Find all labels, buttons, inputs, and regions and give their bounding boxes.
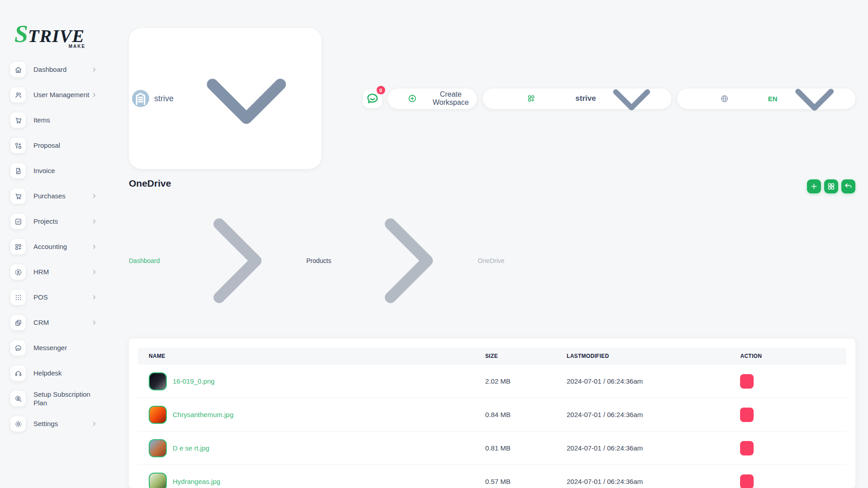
file-size: 0.84 MB (474, 411, 556, 418)
breadcrumb-products[interactable]: Products (307, 257, 331, 264)
chevron-right-icon (337, 193, 472, 328)
language-selector[interactable]: EN (677, 89, 855, 109)
sidebar-item-purchases[interactable]: Purchases (0, 183, 105, 209)
sidebar-item-invoice[interactable]: Invoice (0, 158, 105, 183)
topbar: strive 0 Create Workspace strive (129, 28, 855, 169)
breadcrumb: Dashboard Products OneDrive (129, 193, 505, 328)
table-header: NAME SIZE LASTMODIFIED ACTION (138, 347, 846, 365)
sidebar-item-crm[interactable]: CRM (0, 310, 105, 335)
file-size: 0.81 MB (474, 444, 556, 452)
table-row: Hydrangeas.jpg 0.57 MB 2024-07-01 / 06:2… (138, 465, 846, 488)
file-last-modified: 2024-07-01 / 06:24:36am (556, 478, 730, 485)
file-thumbnail (149, 439, 167, 457)
file-action-cell (729, 374, 846, 389)
gear-icon (10, 416, 26, 432)
sidebar-item-user-management[interactable]: User Management (0, 82, 105, 108)
file-name-cell: Chrysanthemum.jpg (138, 406, 474, 424)
sidebar-item-accounting[interactable]: Accounting (0, 234, 105, 259)
dots-grid-icon (10, 290, 26, 305)
sidebar-item-label: POS (33, 290, 91, 305)
page-title: OneDrive (129, 178, 505, 189)
file-size: 0.57 MB (474, 478, 556, 485)
sidebar-item-label: Helpdesk (33, 366, 97, 380)
grid-view-button[interactable] (824, 179, 838, 193)
page-actions (807, 179, 855, 193)
workspace-switcher-label: strive (154, 94, 174, 103)
file-action-cell (729, 474, 846, 488)
file-last-modified: 2024-07-01 / 06:24:36am (556, 411, 730, 418)
file-name-cell: 16-019_0.png (138, 372, 474, 390)
sidebar: STRIVE MAKE Dashboard User Management It… (0, 0, 105, 488)
chevron-right-icon (91, 218, 97, 225)
headset-icon (10, 366, 26, 381)
add-file-button[interactable] (807, 179, 821, 193)
sidebar-item-messenger[interactable]: Messenger (0, 335, 105, 361)
grid-icon (827, 180, 835, 193)
check-square-icon (10, 214, 26, 229)
app-logo[interactable]: STRIVE MAKE (14, 22, 85, 46)
page-header-left: OneDrive Dashboard Products OneDrive (129, 178, 505, 328)
cart-icon (10, 188, 26, 204)
back-button[interactable] (841, 179, 855, 193)
file-name-link[interactable]: Hydrangeas.jpg (173, 478, 220, 485)
create-workspace-button[interactable]: Create Workspace (388, 89, 477, 109)
chat-button[interactable]: 0 (363, 89, 382, 108)
file-last-modified: 2024-07-01 / 06:24:36am (556, 377, 730, 385)
file-size: 2.02 MB (474, 377, 556, 385)
file-action-cell (729, 441, 846, 455)
sidebar-item-label: CRM (33, 315, 91, 330)
column-header-size: SIZE (474, 353, 556, 359)
logo-tagline: MAKE (69, 44, 85, 49)
building-icon (132, 90, 149, 107)
person-scan-icon (10, 264, 26, 280)
workspace-switcher[interactable]: strive (129, 28, 321, 169)
sidebar-item-helpdesk[interactable]: Helpdesk (0, 361, 105, 386)
table-body: 16-019_0.png 2.02 MB 2024-07-01 / 06:24:… (138, 365, 846, 488)
sidebar-item-items[interactable]: Items (0, 108, 105, 133)
chevron-right-icon (91, 421, 97, 427)
sidebar-item-label: Proposal (33, 138, 97, 153)
workspace-menu-button[interactable]: strive (483, 89, 671, 109)
swap-boxes-icon (10, 138, 26, 153)
file-action-cell (729, 408, 846, 422)
file-last-modified: 2024-07-01 / 06:24:36am (556, 444, 730, 452)
sidebar-item-label: HRM (33, 265, 91, 279)
sidebar-item-settings[interactable]: Settings (0, 411, 105, 436)
file-name-link[interactable]: Chrysanthemum.jpg (173, 411, 233, 418)
file-name-link[interactable]: 16-019_0.png (173, 377, 215, 385)
sidebar-item-hrm[interactable]: HRM (0, 259, 105, 285)
delete-button[interactable] (740, 441, 754, 455)
chat-badge: 0 (377, 86, 385, 94)
grid-plus-icon (491, 89, 571, 109)
breadcrumb-current: OneDrive (478, 257, 505, 264)
globe-icon (685, 89, 764, 109)
page-header: OneDrive Dashboard Products OneDrive (129, 178, 855, 328)
sidebar-item-label: Dashboard (33, 62, 91, 77)
file-name-link[interactable]: D e se rt.jpg (173, 444, 209, 452)
app-root: STRIVE MAKE Dashboard User Management It… (0, 0, 868, 488)
overlap-squares-icon (10, 315, 26, 330)
chat-icon (10, 340, 26, 356)
sidebar-item-label: Purchases (33, 189, 91, 203)
invoice-icon (10, 163, 26, 178)
breadcrumb-dashboard[interactable]: Dashboard (129, 257, 160, 264)
sidebar-item-label: Setup Subscription Plan (33, 387, 97, 410)
undo-arrow-icon (844, 180, 853, 193)
chevron-right-icon (91, 294, 97, 300)
logo-mark: S (14, 20, 28, 47)
search-dollar-icon (10, 391, 26, 406)
sidebar-item-label: Accounting (33, 239, 91, 254)
sidebar-item-label: Projects (33, 214, 91, 229)
topbar-right: 0 Create Workspace strive EN (363, 89, 855, 109)
sidebar-item-proposal[interactable]: Proposal (0, 133, 105, 158)
sidebar-item-pos[interactable]: POS (0, 285, 105, 310)
chevron-down-icon (179, 31, 314, 166)
file-table-card: NAME SIZE LASTMODIFIED ACTION 16-019_0.p… (129, 338, 855, 488)
sidebar-item-setup-subscription-plan[interactable]: Setup Subscription Plan (0, 386, 105, 411)
delete-button[interactable] (740, 408, 754, 422)
delete-button[interactable] (740, 474, 754, 488)
sidebar-item-dashboard[interactable]: Dashboard (0, 57, 105, 82)
delete-button[interactable] (740, 374, 754, 389)
sidebar-item-projects[interactable]: Projects (0, 209, 105, 234)
table-row: 16-019_0.png 2.02 MB 2024-07-01 / 06:24:… (138, 365, 846, 398)
